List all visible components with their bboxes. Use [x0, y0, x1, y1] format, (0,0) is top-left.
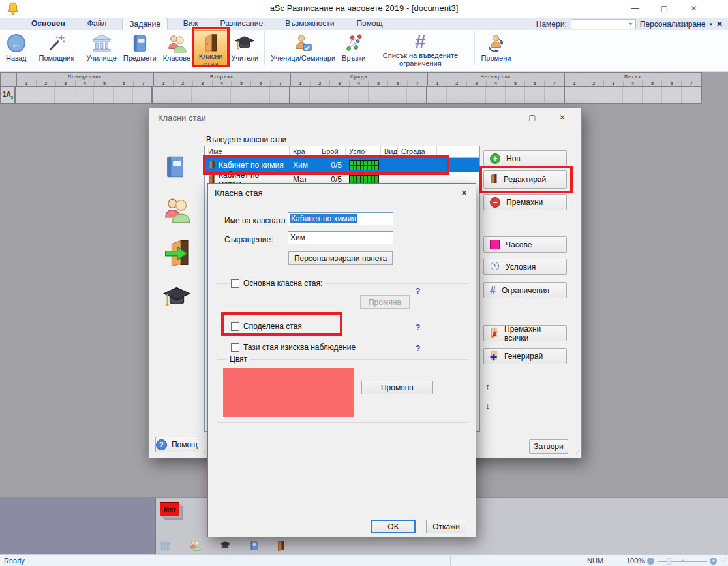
lesson-card-mat[interactable]: Мат — [160, 502, 179, 516]
timetable-cell[interactable] — [231, 87, 250, 103]
minimize-button[interactable]: — — [620, 0, 650, 18]
move-down-arrow[interactable]: ↓ — [485, 401, 490, 411]
timetable-cell[interactable] — [525, 87, 545, 103]
dialog-close-button[interactable]: ✕ — [461, 188, 468, 198]
generate-button[interactable]: ✚ Генерирай — [483, 348, 567, 364]
edit-button[interactable]: Редактирай — [483, 170, 567, 189]
timetable-cell[interactable] — [290, 87, 310, 103]
resize-grip-icon[interactable]: ⋰ — [720, 557, 727, 564]
timetable-cell[interactable] — [270, 87, 289, 103]
supervision-checkbox-row[interactable]: Тази стая изисква наблюдение — [228, 343, 359, 352]
room-abbr-input[interactable]: Хим — [288, 231, 393, 244]
tab-zadanie[interactable]: Задание — [122, 18, 168, 30]
wizard-button[interactable]: Помощник — [36, 30, 78, 67]
close-button[interactable]: ✕ — [679, 0, 708, 18]
help-button[interactable]: ? Помощ — [155, 437, 198, 452]
column-header-name[interactable]: Име — [205, 146, 290, 157]
timetable-cell[interactable] — [427, 87, 447, 103]
two-people-icon[interactable] — [189, 539, 202, 554]
timetable-cell[interactable] — [329, 87, 349, 103]
timetable-cell[interactable] — [114, 87, 133, 103]
timetable-cell[interactable] — [447, 87, 466, 103]
tab-osnoven[interactable]: Основен — [25, 18, 72, 30]
find-combobox[interactable]: ▾ — [571, 19, 636, 29]
zoom-slider-thumb[interactable] — [667, 558, 671, 565]
dialog-maximize-button[interactable]: ▢ — [517, 108, 547, 127]
back-button[interactable]: ← Назад — [3, 30, 30, 67]
students-seminars-button[interactable]: Ученици/Семинари — [267, 30, 339, 67]
help-question-link[interactable]: ? — [416, 323, 420, 332]
timetable-cell[interactable] — [565, 87, 584, 103]
classrooms-button[interactable]: Класни стаи — [194, 30, 228, 67]
shared-room-checkbox[interactable] — [231, 322, 239, 331]
zoom-out-button[interactable]: − — [647, 558, 654, 565]
timetable-cell[interactable] — [153, 87, 172, 103]
timetable-cell[interactable] — [643, 87, 662, 103]
timetable-cell[interactable] — [74, 87, 94, 103]
zoom-in-button[interactable]: + — [710, 558, 717, 565]
column-header-conditions[interactable]: Усло — [346, 146, 381, 157]
customize-menu[interactable]: Персонализиране — [640, 20, 706, 29]
school-button[interactable]: Училище — [83, 30, 119, 67]
close-dialog-button[interactable]: Затвори — [529, 439, 568, 454]
ok-button[interactable]: OK — [371, 520, 416, 533]
timetable-cell[interactable] — [506, 87, 525, 103]
timetable-cell[interactable] — [250, 87, 270, 103]
timetable-cell[interactable] — [682, 87, 701, 103]
tab-razpisanie[interactable]: Разписание — [214, 18, 270, 30]
timetable-cell[interactable] — [369, 87, 388, 103]
supervision-checkbox[interactable] — [231, 343, 239, 352]
timetable-cell[interactable] — [133, 87, 152, 103]
school-building-icon[interactable] — [159, 540, 171, 554]
move-up-arrow[interactable]: ↑ — [485, 381, 490, 392]
classes-button[interactable]: Класове — [160, 30, 194, 67]
resize-grip-icon[interactable]: ⋰ — [573, 450, 580, 457]
dialog-minimize-button[interactable]: — — [487, 108, 517, 127]
timetable-cell[interactable] — [486, 87, 506, 103]
timetable-cell[interactable] — [35, 87, 55, 103]
cancel-button[interactable]: Откажи — [426, 520, 466, 533]
timetable-cell[interactable] — [623, 87, 643, 103]
conditions-button[interactable]: Условия — [483, 259, 567, 275]
timetable-cell[interactable] — [310, 87, 329, 103]
color-change-button[interactable]: Промяна — [361, 381, 433, 394]
home-room-checkbox[interactable] — [231, 279, 239, 288]
shared-room-checkbox-row[interactable]: Споделена стая — [228, 322, 305, 331]
tab-vizh[interactable]: Виж — [177, 18, 205, 30]
timetable-cell[interactable] — [192, 87, 211, 103]
timetable-cell[interactable] — [172, 87, 192, 103]
timetable-cell[interactable] — [545, 87, 564, 103]
timetable-cell[interactable] — [466, 87, 486, 103]
timetable-cell[interactable] — [349, 87, 369, 103]
timetable-cell[interactable] — [211, 87, 231, 103]
home-room-checkbox-row[interactable]: Основна класна стая: — [228, 279, 326, 288]
remove-all-button[interactable]: ✗ Премахни всички — [483, 325, 567, 341]
tab-vazmozhnosti[interactable]: Възможности — [279, 18, 341, 30]
links-button[interactable]: Връзки — [339, 30, 369, 67]
changes-button[interactable]: Промени — [478, 30, 514, 67]
column-header-abbr[interactable]: Кра — [290, 146, 318, 157]
dialog-close-button[interactable]: ✕ — [547, 108, 577, 127]
room-name-input[interactable]: Кабинет по химия — [288, 212, 393, 225]
book-icon[interactable] — [249, 540, 259, 554]
remove-button[interactable]: − Премахни — [483, 194, 567, 210]
door-icon[interactable] — [277, 540, 285, 554]
dialog-title-bar[interactable]: Класна стая — [208, 184, 476, 201]
column-header-count[interactable]: Брой — [318, 146, 346, 157]
timetable-cell[interactable] — [584, 87, 604, 103]
column-header-building[interactable]: Сграда — [398, 146, 437, 157]
maximize-button[interactable]: ▢ — [650, 0, 679, 18]
graduation-cap-icon[interactable] — [219, 540, 232, 554]
column-header-kind[interactable]: Вид — [381, 146, 398, 157]
constraints-list-button[interactable]: # Списък на въведените ограничения — [369, 30, 472, 67]
timetable-cell[interactable] — [407, 87, 426, 103]
new-button[interactable]: + Нов — [483, 150, 567, 166]
timetable-cell[interactable] — [603, 87, 623, 103]
timetable-cell[interactable] — [16, 87, 35, 103]
custom-fields-button[interactable]: Персонализирани полета — [288, 251, 393, 265]
help-question-link[interactable]: ? — [416, 344, 420, 353]
subjects-button[interactable]: Предмети — [120, 30, 160, 67]
tab-file[interactable]: Файл — [81, 18, 114, 30]
constraints-button[interactable]: # Ограничения — [483, 282, 567, 298]
customize-close-icon[interactable]: ✕ — [716, 20, 723, 29]
